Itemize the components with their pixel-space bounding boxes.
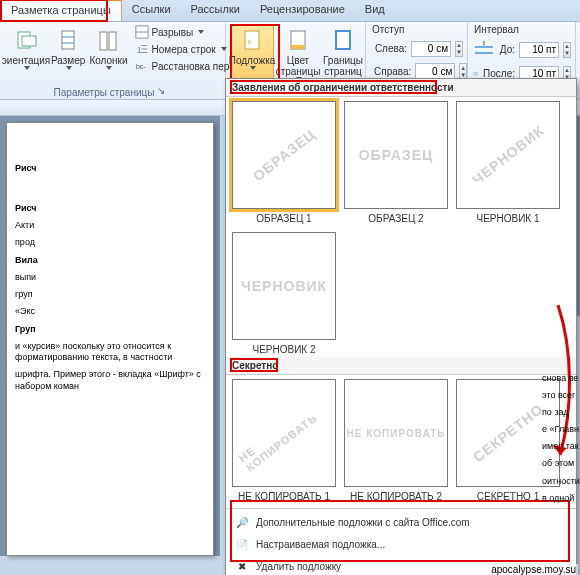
size-button[interactable]: Размер [50,24,86,74]
orientation-icon [12,27,40,55]
page-color-icon [284,27,312,55]
spacing-before-icon [472,38,496,62]
page[interactable]: Рисч Рисч Акти прод Вила выпи груп «Экс … [6,122,214,556]
page-borders-button[interactable]: Границы страниц [322,24,364,84]
watermark-button[interactable]: A Подложка [230,24,274,84]
columns-button[interactable]: Колонки [88,24,128,74]
chevron-down-icon [250,66,256,70]
svg-rect-2 [62,31,74,49]
watermark-preview: СЕКРЕТНО [470,401,546,465]
columns-icon [94,27,122,55]
doc-text: и «курсив» поскольку это относится к фор… [15,341,205,364]
doc-text: Рисч [15,203,205,214]
svg-rect-4 [109,32,116,50]
orientation-button[interactable]: эиентация [4,24,48,74]
watermark-preview: НЕ КОПИРОВАТЬ [236,392,331,474]
doc-text: «Экс [15,306,205,317]
watermark-preview: ЧЕРНОВИК [469,122,547,188]
watermark-preview: ЧЕРНОВИК [241,278,327,294]
tab-review[interactable]: Рецензирование [250,0,355,21]
credit-text: apocalypse.moy.su [489,564,578,575]
indent-left-icon [370,48,371,49]
watermark-thumb-nekopirovat2[interactable]: НЕ КОПИРОВАТЬ НЕ КОПИРОВАТЬ 2 [344,379,448,504]
page-size-icon [54,27,82,55]
watermark-preview: НЕ КОПИРОВАТЬ [347,428,446,439]
svg-rect-11 [291,45,305,49]
chevron-down-icon [106,66,112,70]
watermark-preview: ОБРАЗЕЦ [250,126,319,184]
thumb-label: ОБРАЗЕЦ 1 [256,209,311,226]
chevron-down-icon [24,66,30,70]
spacing-after-icon [472,70,479,77]
chevron-down-icon [198,30,204,34]
tab-mailings[interactable]: Рассылки [181,0,250,21]
svg-rect-1 [22,36,36,46]
remove-icon: ✖ [234,558,250,574]
doc-text: выпи [15,272,205,283]
breaks-icon [135,25,149,39]
indent-left-input[interactable] [411,41,451,57]
document-area: Рисч Рисч Акти прод Вила выпи груп «Экс … [0,116,220,556]
indent-left-field[interactable]: Слева:▲▼ [370,40,463,58]
spinner[interactable]: ▲▼ [455,41,463,57]
doc-text: Рисч [15,163,205,174]
watermark-thumb-chernovik1[interactable]: ЧЕРНОВИК ЧЕРНОВИК 1 [456,101,560,226]
doc-text: Акти [15,220,205,231]
custom-watermark-icon: 📄 [234,536,250,552]
svg-text:1: 1 [136,45,141,55]
watermark-gallery: Заявления об ограничении ответственности… [225,78,577,575]
spacing-label: Интервал [472,24,571,35]
watermark-thumb-obrazec1[interactable]: ОБРАЗЕЦ ОБРАЗЕЦ 1 [232,101,336,226]
line-numbers-icon: 1 [135,42,149,56]
doc-right-fragment2: снова ве это всег по зад е «Главн имер т… [542,370,580,507]
spacing-before-input[interactable] [519,42,559,58]
tab-view[interactable]: Вид [355,0,395,21]
page-borders-icon [329,27,357,55]
svg-text:bc-: bc- [135,63,145,70]
thumb-label: НЕ КОПИРОВАТЬ 2 [350,487,442,504]
thumb-label: НЕ КОПИРОВАТЬ 1 [238,487,330,504]
doc-text: Вила [15,255,205,266]
office-icon: 🔎 [234,514,250,530]
thumb-label: ЧЕРНОВИК 1 [476,209,539,226]
spinner[interactable]: ▲▼ [459,63,467,79]
group-label-page-params: Параметры страницы [54,87,155,98]
dialog-launcher-icon[interactable]: ↘ [157,85,171,99]
svg-rect-3 [100,32,107,50]
spinner[interactable]: ▲▼ [563,42,571,58]
watermark-preview: ОБРАЗЕЦ [359,147,434,163]
doc-text: шрифта. Пример этого - вкладка «Шрифт» с… [15,369,205,392]
menu-more-office[interactable]: 🔎Дополнительные подложки с сайта Office.… [226,511,576,533]
gallery-section-secret: Секретно [226,357,576,375]
indent-label: Отступ [370,24,463,35]
watermark-icon: A [238,27,266,55]
watermark-thumb-nekopirovat1[interactable]: НЕ КОПИРОВАТЬ НЕ КОПИРОВАТЬ 1 [232,379,336,504]
gallery-section-disclaimers: Заявления об ограничении ответственности [226,79,576,97]
watermark-thumb-chernovik2[interactable]: ЧЕРНОВИК ЧЕРНОВИК 2 [232,232,336,357]
hyphenation-icon: bc- [135,59,149,73]
menu-custom-watermark[interactable]: 📄Настраиваемая подложка... [226,533,576,555]
indent-right-input[interactable] [415,63,455,79]
doc-text: Груп [15,324,205,335]
doc-text: прод [15,237,205,248]
doc-text: груп [15,289,205,300]
svg-rect-12 [336,31,350,49]
watermark-thumb-obrazec2[interactable]: ОБРАЗЕЦ ОБРАЗЕЦ 2 [344,101,448,226]
chevron-down-icon [66,66,72,70]
thumb-label: ЧЕРНОВИК 2 [252,340,315,357]
tab-links[interactable]: Ссылки [122,0,181,21]
spacing-before-field[interactable]: До:▲▼ [472,37,571,63]
thumb-label: СЕКРЕТНО 1 [477,487,540,504]
thumb-label: ОБРАЗЕЦ 2 [368,209,423,226]
tab-page-layout[interactable]: Разметка страницы [0,0,122,21]
page-color-button[interactable]: Цвет страницы [276,24,320,84]
